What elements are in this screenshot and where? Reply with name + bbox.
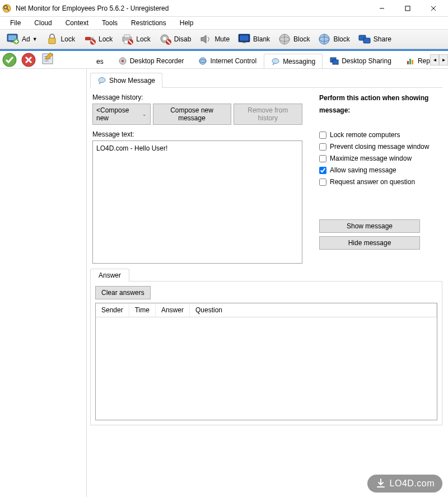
tab-messaging[interactable]: Messaging xyxy=(264,54,323,68)
monitor-share-icon xyxy=(330,57,339,65)
tab-partial-es[interactable]: es xyxy=(89,54,111,68)
toolbar-lock-usb[interactable]: Lock xyxy=(79,31,116,48)
toolbar-block1[interactable]: Block xyxy=(274,31,314,48)
toolbar-block1-label: Block xyxy=(293,35,310,43)
watermark: LO4D.com xyxy=(367,475,442,493)
subtab-show-message[interactable]: Show Message xyxy=(90,73,162,88)
svg-rect-19 xyxy=(124,35,130,37)
toolbar: Ad ▼ Lock Lock Lock Disab Mute Blank Blo… xyxy=(0,29,448,49)
toolbar-blank[interactable]: Blank xyxy=(234,31,274,48)
menu-help[interactable]: Help xyxy=(174,18,199,28)
tab-messaging-label: Messaging xyxy=(283,58,315,65)
svg-point-56 xyxy=(99,78,105,83)
column-question[interactable]: Question xyxy=(190,303,437,317)
toolbar-share[interactable]: Share xyxy=(354,31,395,48)
usb-lock-icon xyxy=(83,32,96,46)
maximize-button[interactable] xyxy=(395,1,420,16)
show-message-button[interactable]: Show message xyxy=(319,219,420,233)
menu-tools[interactable]: Tools xyxy=(96,18,123,28)
svg-point-47 xyxy=(122,60,124,62)
checkbox-lock-remote-label: Lock remote computers xyxy=(330,131,400,139)
titlebar: Net Monitor for Employees Pro 5.6.2 - Un… xyxy=(0,0,448,17)
checkbox-lock-remote[interactable] xyxy=(319,132,326,139)
sidebar xyxy=(0,69,87,497)
checkbox-request-answer-label: Request answer on question xyxy=(330,178,415,186)
clear-answers-button[interactable]: Clear answers xyxy=(95,286,151,299)
menubar: File Cloud Context Tools Restrictions He… xyxy=(0,17,448,29)
toolbar-disable[interactable]: Disab xyxy=(155,31,195,48)
window-title: Net Monitor for Employees Pro 5.6.2 - Un… xyxy=(16,4,370,12)
printer-lock-icon xyxy=(120,32,134,46)
toolbar-lock3-label: Lock xyxy=(136,35,150,43)
tab-desktop-recorder[interactable]: Desktop Recorder xyxy=(111,53,192,68)
message-text-input[interactable] xyxy=(92,140,302,264)
answer-tab[interactable]: Answer xyxy=(90,269,129,282)
globe-block2-icon xyxy=(318,32,331,46)
svg-rect-28 xyxy=(240,35,249,41)
svg-point-48 xyxy=(199,58,206,64)
compose-new-message-button[interactable]: Compose new message xyxy=(153,104,231,125)
message-text-label: Message text: xyxy=(92,130,302,138)
reject-button[interactable] xyxy=(21,53,36,67)
toolbar-block2-label: Block xyxy=(333,35,349,43)
tab-reporting[interactable]: Reporting xyxy=(399,53,430,68)
answer-panel: Clear answers Sender Time Answer Questio… xyxy=(90,281,442,425)
watermark-label: LO4D.com xyxy=(390,479,435,489)
close-button[interactable] xyxy=(421,1,446,16)
speech-icon xyxy=(271,57,280,66)
toolbar-lock-printer[interactable]: Lock xyxy=(116,31,154,48)
answer-table: Sender Time Answer Question xyxy=(95,303,437,420)
chart-icon xyxy=(406,57,415,65)
tab-internet-control-label: Internet Control xyxy=(210,57,256,65)
tab-scroll-left[interactable]: ◂ xyxy=(430,54,439,65)
remove-from-history-button[interactable]: Remove from history xyxy=(234,104,302,125)
hide-message-button[interactable]: Hide message xyxy=(319,236,420,250)
action-heading: Perform this action when showing message… xyxy=(319,92,442,116)
message-history-label: Message history: xyxy=(92,93,302,101)
toolbar-share-label: Share xyxy=(374,35,391,43)
checkbox-request-answer[interactable] xyxy=(319,179,326,186)
edit-button[interactable] xyxy=(40,51,55,68)
menu-context[interactable]: Context xyxy=(60,18,94,28)
speech-bubble-icon xyxy=(97,76,106,85)
svg-rect-13 xyxy=(49,38,55,44)
menu-restrictions[interactable]: Restrictions xyxy=(125,18,172,28)
checkbox-allow-saving-label: Allow saving message xyxy=(330,166,396,174)
tab-desktop-sharing-label: Desktop Sharing xyxy=(342,57,391,65)
toolbar-blank-label: Blank xyxy=(253,35,270,43)
svg-point-24 xyxy=(163,37,166,40)
content-panel: Show Message Message history: <Compose n… xyxy=(87,69,448,497)
toolbar-lock-padlock[interactable]: Lock xyxy=(41,31,79,48)
checkbox-prevent-closing-label: Prevent closing message window xyxy=(330,143,429,151)
checkbox-prevent-closing[interactable] xyxy=(319,143,326,151)
toolbar-block2[interactable]: Block xyxy=(314,31,353,48)
toolbar-mute[interactable]: Mute xyxy=(195,31,234,48)
menu-file[interactable]: File xyxy=(4,18,26,28)
checkbox-allow-saving[interactable] xyxy=(319,167,326,174)
minimize-button[interactable] xyxy=(370,1,394,16)
svg-rect-4 xyxy=(405,6,410,11)
download-icon xyxy=(375,478,386,489)
toolbar-add[interactable]: Ad ▼ xyxy=(2,31,41,48)
column-sender[interactable]: Sender xyxy=(96,303,129,317)
tab-reporting-label: Reporting xyxy=(418,57,430,65)
monitors-share-icon xyxy=(358,32,371,46)
checkbox-maximize[interactable] xyxy=(319,155,326,162)
column-time[interactable]: Time xyxy=(129,303,156,317)
column-answer[interactable]: Answer xyxy=(156,303,190,317)
accept-button[interactable] xyxy=(2,53,17,67)
speaker-mute-icon xyxy=(199,32,212,46)
app-icon xyxy=(2,4,11,13)
compose-dropdown[interactable]: <Compose new ⌄ xyxy=(92,104,151,125)
chevron-down-icon: ⌄ xyxy=(142,111,147,117)
tab-desktop-recorder-label: Desktop Recorder xyxy=(130,57,184,65)
answer-tab-label: Answer xyxy=(99,271,121,279)
tab-scroll-right[interactable]: ▸ xyxy=(439,54,448,65)
menu-cloud[interactable]: Cloud xyxy=(29,18,57,28)
svg-rect-54 xyxy=(409,59,411,64)
tab-internet-control[interactable]: Internet Control xyxy=(191,53,264,68)
padlock-icon xyxy=(45,32,59,46)
svg-point-50 xyxy=(272,59,279,64)
tab-desktop-sharing[interactable]: Desktop Sharing xyxy=(323,53,399,68)
compose-dropdown-label: <Compose new xyxy=(96,106,139,122)
